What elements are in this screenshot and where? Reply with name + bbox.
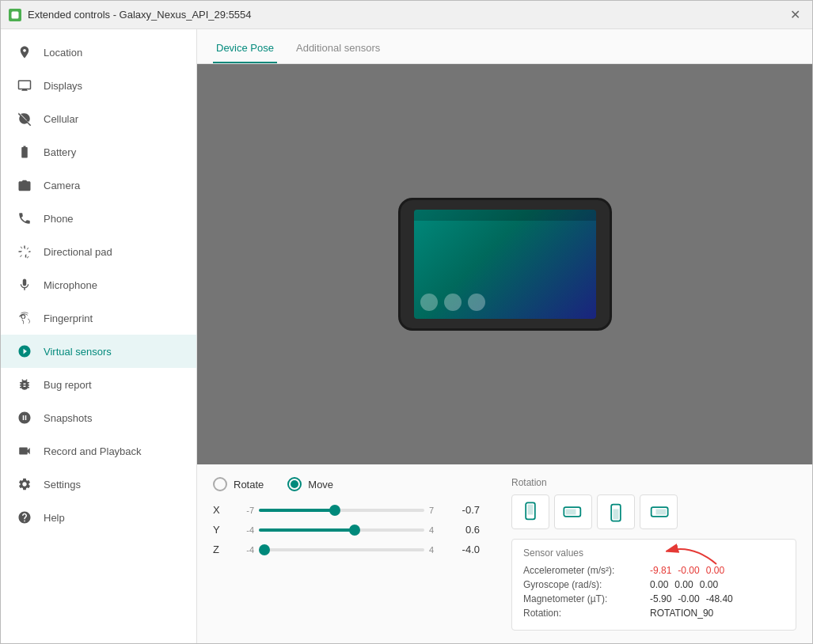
sensor-val-mag-2: -48.40 xyxy=(706,593,733,604)
sensor-val-mag-0: -5.90 xyxy=(650,593,671,604)
phone-image xyxy=(398,198,612,331)
slider-y-value: 0.6 xyxy=(448,524,480,536)
sidebar-item-settings[interactable]: Settings xyxy=(1,468,196,501)
rotation-reverse-portrait-button[interactable] xyxy=(597,494,635,529)
help-icon xyxy=(17,510,32,525)
controls-row: Rotate Move X -7 xyxy=(197,464,812,643)
sensor-row-gyroscope: Gyroscope (rad/s): 0.00 0.00 0.00 xyxy=(523,579,785,590)
svg-rect-6 xyxy=(614,510,619,520)
radio-group: Rotate Move xyxy=(213,477,480,491)
rotation-section: Rotation xyxy=(511,477,796,529)
rotation-reverse-landscape-button[interactable] xyxy=(640,494,678,529)
sidebar-item-location[interactable]: Location xyxy=(1,36,196,69)
rotation-label: Rotation xyxy=(511,477,796,488)
phone-statusbar xyxy=(414,210,596,221)
sensor-val-rotation: ROTATION_90 xyxy=(650,608,713,619)
slider-z-value: -4.0 xyxy=(448,544,480,555)
panel-body: Rotate Move X -7 xyxy=(197,64,812,643)
slider-row-x: X -7 7 -0.7 xyxy=(213,504,480,516)
sidebar-item-dpad[interactable]: Directional pad xyxy=(1,235,196,268)
sensor-name-accelerometer: Accelerometer (m/s²): xyxy=(523,565,650,576)
slider-y-track[interactable] xyxy=(259,528,424,532)
close-button[interactable]: ✕ xyxy=(785,6,804,25)
sensor-val-accel-1: -0.00 xyxy=(678,565,699,576)
title-bar-left: Extended controls - Galaxy_Nexus_API_29:… xyxy=(9,9,252,21)
sidebar-label-bug-report: Bug report xyxy=(44,379,92,391)
camera-icon xyxy=(17,177,32,193)
slider-x-fill xyxy=(259,509,335,512)
sidebar-item-microphone[interactable]: Microphone xyxy=(1,268,196,301)
slider-y-label: Y xyxy=(213,524,229,536)
sidebar-label-dpad: Directional pad xyxy=(44,246,112,258)
svg-rect-0 xyxy=(12,11,19,18)
radio-rotate-label: Rotate xyxy=(234,479,264,491)
sensor-values-label: Sensor values xyxy=(523,547,785,559)
virtual-sensors-icon xyxy=(17,343,32,359)
main-content: Location Displays Cellular xyxy=(1,29,812,643)
svg-rect-4 xyxy=(566,510,576,515)
battery-icon xyxy=(17,144,32,160)
svg-rect-2 xyxy=(528,505,534,515)
tab-device-pose[interactable]: Device Pose xyxy=(213,34,277,63)
sensor-vals-gyroscope: 0.00 0.00 0.00 xyxy=(650,579,718,590)
tab-additional-sensors[interactable]: Additional sensors xyxy=(293,34,383,63)
right-panel: Device Pose Additional sensors xyxy=(197,29,812,643)
rotation-landscape-button[interactable] xyxy=(554,494,592,529)
location-icon xyxy=(17,44,32,60)
displays-icon xyxy=(17,78,32,93)
phone-icon xyxy=(17,210,32,226)
phone-screen xyxy=(414,210,596,319)
sidebar-label-snapshots: Snapshots xyxy=(44,412,92,424)
sensor-vals-magnetometer: -5.90 -0.00 -48.40 xyxy=(650,593,733,604)
sidebar-label-microphone: Microphone xyxy=(44,279,97,291)
slider-row-y: Y -4 4 0.6 xyxy=(213,524,480,536)
sidebar-item-displays[interactable]: Displays xyxy=(1,69,196,102)
right-controls: Rotation xyxy=(511,477,796,631)
sensor-val-accel-2: 0.00 xyxy=(706,565,724,576)
sidebar-label-virtual-sensors: Virtual sensors xyxy=(44,346,112,358)
rotation-buttons xyxy=(511,494,796,529)
sidebar-label-camera: Camera xyxy=(44,180,80,191)
radio-rotate-circle xyxy=(213,477,227,491)
sensor-name-gyroscope: Gyroscope (rad/s): xyxy=(523,579,650,590)
slider-x-thumb[interactable] xyxy=(329,505,340,516)
slider-z-label: Z xyxy=(213,544,229,555)
sensor-values-panel: Sensor values Accelerometer (m/s²): -9.8… xyxy=(511,539,796,631)
slider-z-thumb[interactable] xyxy=(259,544,270,555)
slider-row-z: Z -4 4 -4.0 xyxy=(213,544,480,555)
sidebar-item-snapshots[interactable]: Snapshots xyxy=(1,401,196,434)
sidebar-item-bug-report[interactable]: Bug report xyxy=(1,368,196,401)
slider-z-container: -4 4 xyxy=(235,545,448,555)
window-title: Extended controls - Galaxy_Nexus_API_29:… xyxy=(28,9,252,21)
sensor-name-rotation: Rotation: xyxy=(523,608,650,619)
slider-z-max: 4 xyxy=(429,545,448,555)
snapshots-icon xyxy=(17,410,32,426)
sidebar-item-help[interactable]: Help xyxy=(1,501,196,534)
radio-rotate[interactable]: Rotate xyxy=(213,477,264,491)
slider-x-min: -7 xyxy=(235,506,254,515)
sidebar-label-displays: Displays xyxy=(44,80,82,92)
slider-y-min: -4 xyxy=(235,525,254,535)
radio-move[interactable]: Move xyxy=(287,477,333,491)
slider-y-thumb[interactable] xyxy=(349,525,360,536)
sidebar-item-phone[interactable]: Phone xyxy=(1,202,196,235)
sidebar-item-battery[interactable]: Battery xyxy=(1,135,196,169)
svg-rect-8 xyxy=(656,510,667,515)
sidebar: Location Displays Cellular xyxy=(1,29,197,643)
rotation-portrait-button[interactable] xyxy=(511,494,549,529)
sidebar-item-camera[interactable]: Camera xyxy=(1,169,196,202)
slider-y-container: -4 4 xyxy=(235,525,448,535)
extended-controls-window: Extended controls - Galaxy_Nexus_API_29:… xyxy=(0,0,813,644)
slider-z-track[interactable] xyxy=(259,548,424,551)
sidebar-item-cellular[interactable]: Cellular xyxy=(1,102,196,135)
sidebar-item-record-playback[interactable]: Record and Playback xyxy=(1,434,196,468)
sidebar-label-settings: Settings xyxy=(44,479,81,491)
device-preview xyxy=(197,64,812,464)
slider-y-max: 4 xyxy=(429,525,448,535)
sidebar-item-virtual-sensors[interactable]: Virtual sensors xyxy=(1,335,196,368)
sidebar-item-fingerprint[interactable]: Fingerprint xyxy=(1,301,196,335)
sidebar-label-location: Location xyxy=(44,47,82,59)
sidebar-label-battery: Battery xyxy=(44,146,76,158)
slider-x-track[interactable] xyxy=(259,509,424,512)
left-controls: Rotate Move X -7 xyxy=(213,477,480,563)
